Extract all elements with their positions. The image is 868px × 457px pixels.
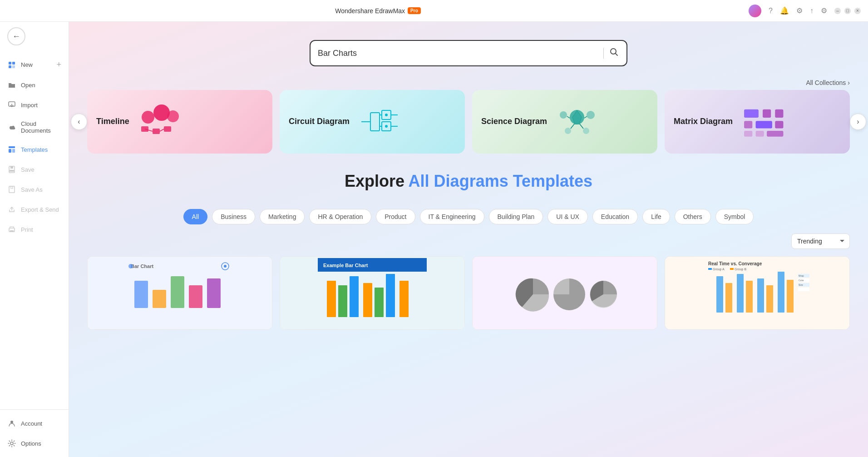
- collections-link[interactable]: All Collections ›: [69, 75, 868, 90]
- svg-rect-80: [716, 276, 723, 313]
- maximize-button[interactable]: □: [844, 8, 851, 14]
- svg-rect-1: [12, 62, 15, 65]
- minimize-button[interactable]: –: [834, 8, 841, 14]
- svg-text:Example Bar Chart: Example Bar Chart: [323, 263, 368, 268]
- svg-point-37: [560, 111, 567, 119]
- carousel-card-timeline[interactable]: Timeline: [87, 90, 272, 154]
- filter-building[interactable]: Building Plan: [489, 209, 543, 224]
- sidebar-item-options[interactable]: Options: [0, 433, 69, 453]
- svg-rect-86: [778, 272, 784, 313]
- carousel-card-science[interactable]: Science Diagram: [472, 90, 657, 154]
- card-timeline-icon: [137, 99, 182, 144]
- svg-point-38: [587, 111, 595, 119]
- filter-product[interactable]: Product: [376, 209, 415, 224]
- template-card-3[interactable]: [472, 256, 657, 330]
- template-preview-2: Example Bar Chart: [280, 257, 464, 329]
- filter-hr[interactable]: HR & Operation: [309, 209, 371, 224]
- search-divider: [603, 48, 604, 59]
- svg-point-55: [128, 264, 133, 268]
- help-icon[interactable]: ?: [769, 7, 773, 15]
- carousel-prev-button[interactable]: ‹: [71, 114, 87, 130]
- sidebar-item-import[interactable]: Import: [0, 95, 69, 115]
- svg-point-15: [10, 442, 13, 445]
- svg-rect-47: [775, 109, 783, 118]
- svg-rect-85: [766, 285, 773, 313]
- sidebar-item-templates[interactable]: Templates: [0, 139, 69, 159]
- carousel-card-circuit[interactable]: Circuit Diagram: [280, 90, 465, 154]
- svg-rect-58: [171, 276, 184, 308]
- svg-point-17: [142, 111, 154, 124]
- pro-badge: Pro: [408, 7, 421, 14]
- share-icon[interactable]: ↑: [810, 7, 814, 15]
- svg-rect-5: [9, 146, 15, 148]
- svg-rect-57: [153, 290, 166, 308]
- svg-rect-59: [189, 285, 202, 308]
- carousel-card-matrix[interactable]: Matrix Diagram: [665, 90, 850, 154]
- svg-rect-6: [9, 149, 11, 153]
- template-preview-3: [473, 257, 657, 329]
- filter-it[interactable]: IT & Engineering: [420, 209, 484, 224]
- svg-rect-69: [375, 288, 384, 317]
- filter-ui[interactable]: UI & UX: [547, 209, 588, 224]
- svg-text:Color: Color: [799, 279, 804, 282]
- sidebar-item-cloud[interactable]: Cloud Documents: [0, 115, 69, 139]
- filter-others[interactable]: Others: [675, 209, 711, 224]
- user-avatar[interactable]: [749, 5, 761, 17]
- filter-business[interactable]: Business: [212, 209, 255, 224]
- notification-icon[interactable]: 🔔: [780, 6, 789, 15]
- back-button[interactable]: ←: [7, 27, 25, 45]
- filter-all[interactable]: All: [183, 209, 208, 224]
- svg-rect-66: [338, 285, 347, 317]
- sort-select[interactable]: Trending Newest Most Popular: [791, 233, 850, 249]
- svg-point-36: [570, 110, 584, 124]
- category-filters: All Business Marketing HR & Operation Pr…: [69, 200, 868, 233]
- svg-line-24: [160, 129, 164, 131]
- svg-rect-68: [363, 283, 372, 317]
- sidebar-item-account[interactable]: Account: [0, 413, 69, 433]
- svg-line-42: [584, 116, 587, 118]
- search-button[interactable]: [609, 47, 619, 60]
- explore-highlight: All Diagrams Templates: [409, 172, 592, 190]
- search-icon: [609, 47, 619, 57]
- svg-rect-11: [9, 186, 15, 193]
- svg-rect-7: [12, 149, 15, 153]
- settings-icon[interactable]: ⚙: [821, 6, 827, 15]
- close-button[interactable]: ×: [854, 8, 861, 14]
- svg-point-62: [224, 265, 227, 268]
- svg-point-14: [10, 421, 13, 423]
- svg-text:Real Time vs. Converage: Real Time vs. Converage: [708, 261, 762, 266]
- filter-symbol[interactable]: Symbol: [715, 209, 754, 224]
- template-card-1[interactable]: Bar Chart: [87, 256, 272, 330]
- card-science-icon: [554, 99, 600, 144]
- folder-icon: [7, 80, 16, 89]
- import-icon: [7, 100, 16, 109]
- save-as-icon: [7, 185, 16, 194]
- print-icon: [7, 225, 16, 234]
- filter-life[interactable]: Life: [642, 209, 670, 224]
- back-btn-area: ←: [0, 22, 69, 51]
- tools-icon[interactable]: ⚙: [796, 6, 803, 15]
- template-card-4[interactable]: Real Time vs. Converage Group A Group B: [665, 256, 850, 330]
- filter-marketing[interactable]: Marketing: [260, 209, 305, 224]
- search-input[interactable]: Bar Charts: [318, 49, 598, 58]
- search-section: Bar Charts: [69, 22, 868, 75]
- svg-rect-2: [9, 65, 11, 68]
- template-card-2[interactable]: Example Bar Chart: [280, 256, 465, 330]
- svg-rect-82: [737, 274, 744, 313]
- svg-rect-83: [746, 281, 753, 313]
- svg-rect-56: [134, 281, 148, 308]
- filter-education[interactable]: Education: [592, 209, 638, 224]
- sidebar-item-save-as-label: Save As: [21, 186, 43, 193]
- sidebar-item-new[interactable]: New +: [0, 55, 69, 75]
- sort-area: Trending Newest Most Popular: [69, 233, 868, 256]
- new-plus-icon: +: [56, 60, 61, 70]
- svg-rect-70: [386, 274, 395, 317]
- sidebar: ← New + Open: [0, 22, 69, 457]
- svg-point-39: [565, 128, 571, 134]
- carousel-next-button[interactable]: ›: [850, 114, 866, 130]
- sidebar-item-open[interactable]: Open: [0, 75, 69, 95]
- svg-text:Bar Chart: Bar Chart: [131, 263, 153, 269]
- carousel-container: Timeline: [87, 90, 850, 154]
- explore-section: Explore All Diagrams Templates: [69, 154, 868, 200]
- svg-rect-3: [12, 65, 15, 68]
